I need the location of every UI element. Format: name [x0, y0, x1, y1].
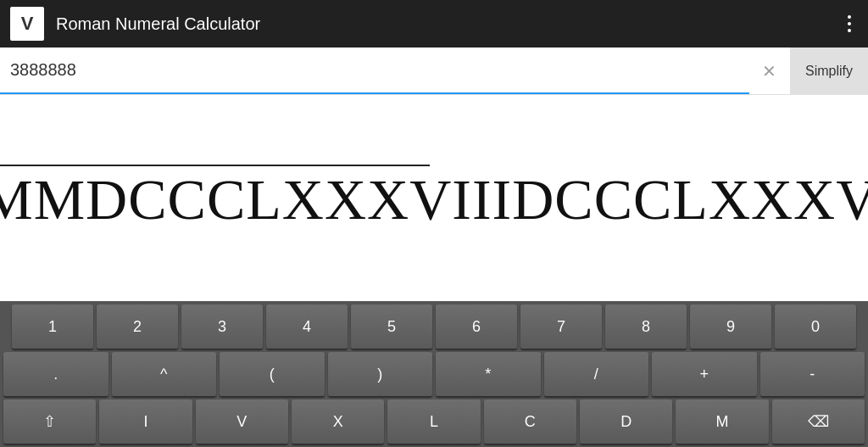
- app-logo: V: [10, 7, 44, 41]
- simplify-button[interactable]: Simplify: [790, 47, 868, 94]
- simplify-label: Simplify: [805, 64, 853, 78]
- key-I[interactable]: I: [99, 400, 192, 444]
- key-M[interactable]: M: [676, 400, 768, 444]
- key-4[interactable]: 4: [266, 305, 348, 349]
- key-C[interactable]: C: [484, 400, 576, 444]
- key-plus[interactable]: +: [652, 352, 757, 396]
- key-slash[interactable]: /: [544, 352, 649, 396]
- key-open-paren[interactable]: (: [220, 352, 325, 396]
- backspace-icon: ⌫: [808, 412, 829, 431]
- result-area: MMMDCCCLXXXVIIIDCCCLXXXVIII: [0, 95, 868, 301]
- shift-key[interactable]: ⇧: [3, 400, 96, 444]
- key-dot[interactable]: .: [3, 352, 108, 396]
- clear-icon: ✕: [762, 61, 776, 81]
- roman-numeral-display: MMMDCCCLXXXVIIIDCCCLXXXVIII: [0, 168, 868, 232]
- key-2[interactable]: 2: [97, 305, 178, 349]
- key-8[interactable]: 8: [605, 305, 687, 349]
- key-X[interactable]: X: [292, 400, 384, 444]
- key-3[interactable]: 3: [181, 305, 263, 349]
- roman-result-wrapper: MMMDCCCLXXXVIIIDCCCLXXXVIII: [0, 165, 868, 232]
- shift-icon: ⇧: [43, 412, 56, 431]
- keyboard-row-letters: ⇧ I V X L C D M ⌫: [3, 400, 865, 444]
- key-V[interactable]: V: [196, 400, 288, 444]
- number-input[interactable]: [0, 47, 749, 94]
- key-caret[interactable]: ^: [112, 352, 217, 396]
- key-D[interactable]: D: [580, 400, 672, 444]
- overline-bar: [0, 165, 430, 166]
- key-minus[interactable]: -: [760, 352, 865, 396]
- app-header: V Roman Numeral Calculator: [0, 0, 868, 47]
- menu-dot-3: [848, 29, 851, 32]
- key-5[interactable]: 5: [351, 305, 432, 349]
- logo-letter: V: [21, 13, 34, 35]
- key-asterisk[interactable]: *: [436, 352, 541, 396]
- input-row: ✕ Simplify: [0, 47, 868, 95]
- key-7[interactable]: 7: [520, 305, 602, 349]
- key-close-paren[interactable]: ): [328, 352, 433, 396]
- clear-button[interactable]: ✕: [749, 47, 790, 94]
- backspace-key[interactable]: ⌫: [772, 400, 865, 444]
- keyboard-row-numbers: 1 2 3 4 5 6 7 8 9 0: [3, 305, 865, 349]
- keyboard-row-symbols: . ^ ( ) * / + -: [3, 352, 865, 396]
- menu-dot-1: [848, 15, 851, 19]
- app-title: Roman Numeral Calculator: [56, 14, 841, 34]
- menu-button[interactable]: [841, 8, 858, 39]
- key-9[interactable]: 9: [690, 305, 771, 349]
- menu-dot-2: [848, 22, 851, 25]
- key-L[interactable]: L: [387, 400, 480, 444]
- key-0[interactable]: 0: [775, 305, 856, 349]
- key-1[interactable]: 1: [12, 305, 93, 349]
- key-6[interactable]: 6: [436, 305, 517, 349]
- keyboard: 1 2 3 4 5 6 7 8 9 0 . ^ ( ) * / + - ⇧ I …: [0, 301, 868, 447]
